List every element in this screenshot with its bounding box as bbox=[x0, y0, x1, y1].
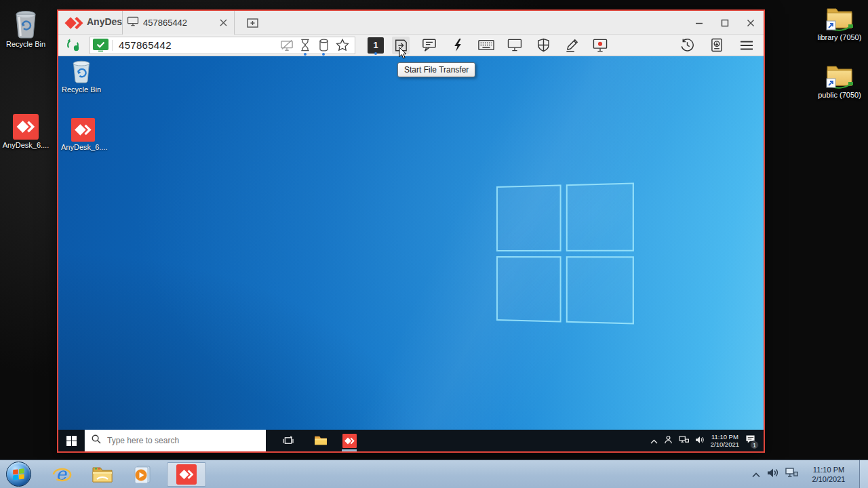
remote-time: 11:10 PM bbox=[711, 433, 739, 441]
tab-close-icon[interactable] bbox=[216, 16, 230, 30]
titlebar[interactable]: AnyDesk 457865442 bbox=[58, 11, 764, 35]
host-icon-recycle-bin[interactable]: Recycle Bin bbox=[1, 9, 51, 48]
tooltip: Start File Transfer bbox=[397, 62, 475, 77]
host-anydesk-taskbar-button[interactable] bbox=[167, 462, 206, 487]
desktop-icon-label: Recycle Bin bbox=[6, 40, 45, 48]
permissions-button[interactable] bbox=[534, 37, 552, 54]
switch-sides-button[interactable] bbox=[64, 37, 81, 54]
history-button[interactable] bbox=[678, 37, 696, 54]
shared-folder-icon bbox=[813, 61, 866, 89]
host-icon-library-share[interactable]: library (7050) bbox=[813, 3, 866, 41]
wallpaper-light-ray bbox=[58, 56, 764, 451]
session-toolbar: 457865442 bbox=[58, 35, 764, 56]
notification-badge: 1 bbox=[750, 441, 759, 449]
monitor-number: 1 bbox=[373, 40, 378, 50]
close-button[interactable] bbox=[738, 11, 764, 35]
minimize-button[interactable] bbox=[686, 11, 712, 35]
host-icon-public-share[interactable]: public (7050) bbox=[813, 61, 866, 99]
remote-icon-anydesk-installer[interactable]: AnyDesk_6.... bbox=[61, 118, 104, 151]
remote-clock[interactable]: 11:10 PM 2/10/2021 bbox=[711, 433, 739, 448]
remote-start-button[interactable] bbox=[58, 430, 84, 451]
show-desktop-button[interactable] bbox=[859, 460, 868, 488]
chat-button[interactable] bbox=[420, 37, 438, 54]
record-session-button[interactable] bbox=[591, 37, 609, 54]
host-clock[interactable]: 11:10 PM 2/10/2021 bbox=[805, 465, 852, 484]
host-date: 2/10/2021 bbox=[805, 474, 852, 484]
media-player-button[interactable] bbox=[126, 461, 157, 488]
clipboard-sync-icon[interactable] bbox=[316, 37, 331, 54]
host-tray-volume-icon[interactable] bbox=[767, 468, 778, 481]
tray-chevron-icon[interactable] bbox=[650, 434, 658, 447]
anydesk-app-icon bbox=[61, 118, 104, 142]
task-view-button[interactable] bbox=[275, 430, 301, 451]
hourglass-icon[interactable] bbox=[298, 37, 313, 54]
active-dot bbox=[304, 53, 307, 56]
desktop-icon-label: Recycle Bin bbox=[62, 85, 101, 94]
tray-network-icon[interactable] bbox=[679, 434, 689, 447]
host-tray-chevron-icon[interactable] bbox=[752, 468, 760, 481]
desktop-icon-label: public (7050) bbox=[818, 91, 861, 99]
actions-button[interactable] bbox=[449, 37, 467, 54]
whiteboard-button[interactable] bbox=[563, 37, 580, 54]
active-dot bbox=[322, 53, 325, 56]
anydesk-window: AnyDesk 457865442 bbox=[57, 9, 765, 453]
display-settings-button[interactable] bbox=[506, 37, 524, 54]
session-tab[interactable]: 457865442 bbox=[122, 11, 235, 35]
mouse-cursor bbox=[399, 47, 408, 62]
tab-label: 457865442 bbox=[143, 18, 216, 28]
remote-id-value: 457865442 bbox=[119, 39, 279, 51]
favorite-star-icon[interactable] bbox=[334, 37, 351, 54]
action-center-button[interactable]: 1 bbox=[745, 434, 755, 447]
host-desktop: Recycle Bin AnyDesk_6.... library (7050)… bbox=[0, 0, 868, 488]
anydesk-logo-icon bbox=[64, 16, 85, 33]
remote-search-input[interactable] bbox=[106, 435, 248, 446]
desktop-icon-label: AnyDesk_6.... bbox=[3, 141, 49, 149]
app-title: AnyDesk bbox=[87, 16, 127, 27]
remote-anydesk-taskbar-button[interactable] bbox=[339, 430, 359, 451]
host-icon-anydesk-installer[interactable]: AnyDesk_6.... bbox=[1, 114, 51, 149]
internet-explorer-button[interactable]: e bbox=[46, 461, 77, 488]
connection-status-icon bbox=[93, 39, 108, 52]
file-explorer-button[interactable] bbox=[308, 430, 334, 451]
remote-icon-recycle-bin[interactable]: Recycle Bin bbox=[60, 58, 103, 94]
host-time: 11:10 PM bbox=[805, 465, 852, 474]
remote-taskbar: 11:10 PM 2/10/2021 1 bbox=[58, 430, 764, 451]
recycle-bin-icon bbox=[60, 58, 103, 84]
search-icon bbox=[92, 434, 101, 447]
monitor-icon bbox=[127, 16, 139, 29]
tray-volume-icon[interactable] bbox=[695, 434, 705, 447]
keyboard-settings-button[interactable] bbox=[477, 37, 495, 54]
shared-folder-icon bbox=[813, 3, 866, 32]
host-tray-network-icon[interactable] bbox=[785, 468, 798, 481]
recycle-bin-icon bbox=[1, 9, 51, 39]
tooltip-text: Start File Transfer bbox=[404, 65, 469, 75]
windows-logo-wallpaper bbox=[496, 182, 634, 324]
anydesk-app-icon bbox=[1, 114, 51, 140]
maximize-button[interactable] bbox=[712, 11, 738, 35]
tray-user-icon[interactable] bbox=[664, 434, 673, 447]
remote-search-box[interactable] bbox=[84, 430, 266, 451]
display-off-icon[interactable] bbox=[279, 37, 294, 54]
desktop-icon-label: AnyDesk_6.... bbox=[61, 143, 107, 151]
host-taskbar: e 11:10 PM 2/10/2021 bbox=[0, 460, 868, 488]
windows-explorer-button[interactable] bbox=[87, 461, 118, 488]
new-tab-button[interactable] bbox=[240, 11, 264, 35]
desktop-icon-label: library (7050) bbox=[818, 33, 862, 41]
address-book-button[interactable] bbox=[708, 37, 726, 54]
remote-screen-view[interactable]: Recycle Bin AnyDesk_6.... Start File Tra… bbox=[58, 56, 764, 451]
address-bar[interactable]: 457865442 bbox=[90, 37, 355, 54]
menu-button[interactable] bbox=[738, 37, 755, 54]
host-start-button[interactable] bbox=[6, 462, 31, 487]
active-dot bbox=[374, 52, 377, 55]
remote-date: 2/10/2021 bbox=[711, 441, 739, 448]
monitor-select-button[interactable]: 1 bbox=[368, 37, 384, 54]
divider bbox=[112, 40, 113, 51]
